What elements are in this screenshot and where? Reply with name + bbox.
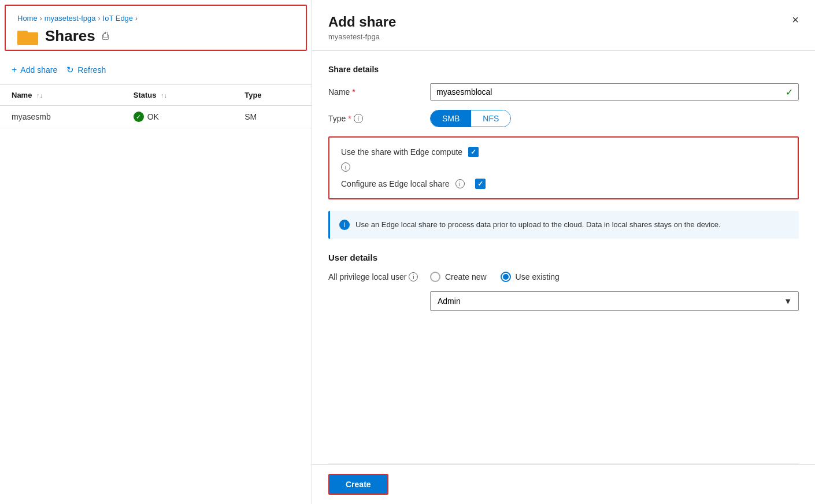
col-name: Name ↑↓ — [0, 85, 122, 106]
toolbar: + Add share ↻ Refresh — [0, 55, 312, 85]
panel-header: Add share myasetest-fpga × — [312, 0, 815, 51]
privilege-info-icon: i — [409, 272, 418, 281]
sort-name-icon[interactable]: ↑↓ — [36, 92, 43, 99]
row-name: myasesmb — [0, 106, 122, 128]
breadcrumb-section[interactable]: IoT Edge — [103, 14, 134, 23]
user-privilege-row: All privilege local user i Create new Us… — [328, 272, 799, 282]
page-title-row: Shares ⎙ — [17, 27, 294, 45]
name-required: * — [352, 87, 355, 97]
edge-local-row: Configure as Edge local share i ✓ — [341, 179, 786, 189]
create-button[interactable]: Create — [328, 474, 388, 495]
use-existing-radio[interactable] — [501, 272, 511, 282]
panel-title: Add share — [328, 14, 396, 30]
status-ok-icon: ✓ — [134, 112, 144, 122]
row-type: SM — [233, 106, 312, 128]
all-privilege-label: All privilege local user i — [328, 272, 421, 281]
table-container: Name ↑↓ Status ↑↓ Type myasesmb — [0, 85, 312, 504]
panel-footer: Create — [312, 464, 815, 504]
shares-table: Name ↑↓ Status ↑↓ Type myasesmb — [0, 85, 312, 128]
type-toggle: SMB NFS — [430, 110, 511, 127]
breadcrumb-home[interactable]: Home — [17, 14, 38, 23]
svg-rect-2 — [17, 32, 38, 45]
edge-local-checkbox[interactable]: ✓ — [475, 179, 486, 189]
col-status: Status ↑↓ — [122, 85, 233, 106]
panel-title-area: Add share myasetest-fpga — [328, 14, 396, 41]
breadcrumb-sep-3: › — [135, 14, 138, 23]
use-existing-label: Use existing — [516, 272, 560, 281]
edge-compute-checkbox[interactable]: ✓ — [468, 147, 479, 157]
refresh-button[interactable]: ↻ Refresh — [66, 62, 106, 77]
breadcrumb: Home › myasetest-fpga › IoT Edge › — [17, 14, 294, 23]
edge-compute-info-icon: i — [341, 162, 350, 172]
breadcrumb-highlighted-area: Home › myasetest-fpga › IoT Edge › Share… — [5, 5, 307, 51]
name-label: Name * — [328, 87, 421, 97]
col-type: Type — [233, 85, 312, 106]
name-input-wrapper: ✓ — [430, 83, 799, 101]
breadcrumb-sep-1: › — [40, 14, 42, 23]
edge-compute-row: Use the share with Edge compute ✓ — [341, 147, 786, 157]
radio-group: Create new Use existing — [430, 272, 799, 282]
edge-compute-check-icon: ✓ — [471, 148, 476, 156]
table-row[interactable]: myasesmb ✓ OK SM — [0, 106, 312, 128]
create-new-radio[interactable] — [430, 272, 440, 282]
right-panel: Add share myasetest-fpga × Share details… — [312, 0, 815, 504]
panel-body: Share details Name * ✓ Type * i SMB NFS — [312, 51, 815, 464]
edge-local-label: Configure as Edge local share — [341, 179, 450, 188]
refresh-icon: ↻ — [66, 65, 74, 75]
panel-subtitle: myasetest-fpga — [328, 32, 396, 41]
edge-local-check-icon: ✓ — [477, 180, 483, 188]
type-field-row: Type * i SMB NFS — [328, 110, 799, 127]
admin-dropdown-wrapper: Admin ▼ — [430, 291, 799, 311]
sort-status-icon[interactable]: ↑↓ — [161, 92, 167, 99]
print-icon[interactable]: ⎙ — [102, 30, 109, 42]
left-panel: Home › myasetest-fpga › IoT Edge › Share… — [0, 0, 312, 504]
type-label: Type * i — [328, 114, 421, 123]
edge-compute-label: Use the share with Edge compute — [341, 147, 462, 157]
use-existing-dot — [503, 274, 509, 280]
type-nfs-button[interactable]: NFS — [471, 110, 510, 127]
close-button[interactable]: × — [792, 14, 799, 25]
add-share-label: Add share — [20, 65, 57, 75]
row-status: ✓ OK — [122, 106, 233, 128]
breadcrumb-device[interactable]: myasetest-fpga — [45, 14, 96, 23]
name-valid-icon: ✓ — [786, 87, 793, 98]
info-banner-icon: i — [339, 220, 350, 230]
info-banner-text: Use an Edge local share to process data … — [355, 219, 721, 231]
name-input[interactable] — [430, 83, 799, 101]
create-new-option[interactable]: Create new — [430, 272, 487, 282]
folder-icon — [17, 28, 38, 45]
edge-compute-section: Use the share with Edge compute ✓ i Conf… — [328, 136, 799, 199]
admin-dropdown[interactable]: Admin — [430, 291, 799, 311]
info-banner: i Use an Edge local share to process dat… — [328, 211, 799, 239]
type-required: * — [348, 114, 351, 123]
use-existing-option[interactable]: Use existing — [501, 272, 560, 282]
add-share-button[interactable]: + Add share — [12, 62, 57, 77]
refresh-label: Refresh — [77, 65, 106, 75]
user-details-title: User details — [328, 253, 799, 262]
type-smb-button[interactable]: SMB — [431, 110, 471, 127]
add-icon: + — [12, 65, 17, 75]
edge-local-info-icon: i — [455, 179, 465, 188]
page-title: Shares — [45, 27, 95, 45]
name-field-row: Name * ✓ — [328, 83, 799, 101]
create-new-label: Create new — [445, 272, 487, 281]
share-details-title: Share details — [328, 65, 799, 74]
type-info-icon: i — [354, 114, 363, 123]
breadcrumb-sep-2: › — [98, 14, 101, 23]
